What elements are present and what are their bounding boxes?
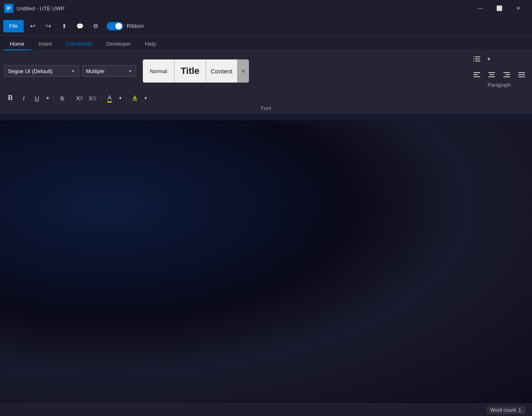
fmt-divider-3 (101, 94, 101, 102)
superscript-button[interactable]: X1) (86, 92, 99, 104)
justify-button[interactable] (515, 69, 528, 81)
style-buttons: Normal Title Content ∨ (143, 59, 249, 83)
ribbon-toggle: Ribbon (107, 22, 144, 30)
minimize-button[interactable]: — (471, 2, 490, 15)
subscript-button[interactable]: X2 (73, 92, 85, 104)
tab-home[interactable]: Home (3, 38, 31, 50)
fmt-divider-4 (126, 94, 127, 102)
toolbar: File ↩ ↪ ⬆ 💬 ⚙ Ribbon (0, 17, 532, 36)
svg-rect-3 (7, 9, 10, 10)
title-bar: Untitled - UTE UWP — ⬜ ✕ (0, 0, 532, 17)
svg-rect-19 (518, 72, 525, 73)
svg-rect-15 (488, 76, 495, 77)
list-button[interactable] (471, 53, 483, 65)
tab-comments[interactable]: Comments (59, 38, 99, 50)
size-dropdown-arrow: ▼ (128, 69, 132, 73)
svg-rect-8 (473, 61, 474, 61)
font-dropdown-arrow: ▼ (71, 69, 75, 73)
ribbon: Segoe UI (Default) ▼ Multiple ▼ Normal T… (0, 51, 532, 113)
tab-bar: Home Insert Comments Developer Help (0, 36, 532, 51)
ribbon-toggle-switch[interactable] (107, 22, 123, 30)
style-title-button[interactable]: Title (174, 59, 206, 83)
font-name-value: Segoe UI (Default) (8, 68, 53, 74)
file-button[interactable]: File (3, 20, 24, 32)
undo-button[interactable]: ↩ (26, 20, 39, 32)
svg-rect-16 (503, 72, 510, 73)
maximize-button[interactable]: ⬜ (490, 2, 509, 15)
status-bar: Word count: 1 (0, 404, 532, 416)
app-title: Untitled - UTE UWP (17, 5, 65, 12)
align-right-button[interactable] (500, 69, 513, 81)
style-content-button[interactable]: Content (206, 59, 237, 83)
font-name-dropdown[interactable]: Segoe UI (Default) ▼ (4, 65, 79, 77)
align-left-button[interactable] (471, 69, 483, 81)
font-color-more-button[interactable]: ▼ (117, 92, 124, 104)
svg-rect-11 (473, 74, 478, 75)
align-center-button[interactable] (486, 69, 498, 81)
fmt-divider-2 (71, 94, 71, 102)
share-button[interactable]: ⬆ (58, 20, 71, 32)
svg-rect-7 (475, 59, 480, 59)
close-button[interactable]: ✕ (509, 2, 528, 15)
style-more-button[interactable]: ∨ (237, 59, 249, 83)
font-section-label: Font (4, 105, 528, 113)
share-icon: ⬆ (62, 23, 67, 29)
highlight-button[interactable] (129, 92, 141, 104)
bold-button[interactable]: B (4, 92, 17, 104)
paragraph-list-row: ▼ (471, 53, 528, 65)
tab-help[interactable]: Help (138, 38, 163, 50)
tab-insert[interactable]: Insert (32, 38, 59, 50)
style-normal-button[interactable]: Normal (143, 59, 174, 83)
svg-rect-12 (473, 76, 480, 77)
ribbon-row1: Segoe UI (Default) ▼ Multiple ▼ Normal T… (4, 53, 528, 91)
list-more-button[interactable]: ▼ (485, 53, 493, 65)
svg-rect-20 (518, 74, 525, 75)
ribbon-row2: B I U ▼ S X2 X1) A ▼ ▼ (4, 91, 528, 105)
redo-icon: ↪ (46, 22, 51, 30)
font-size-value: Multiple (86, 68, 105, 74)
highlight-more-button[interactable]: ▼ (142, 92, 149, 104)
tab-developer[interactable]: Developer (100, 38, 137, 50)
svg-rect-18 (503, 76, 510, 77)
svg-rect-10 (473, 72, 480, 73)
svg-rect-17 (505, 74, 510, 75)
svg-marker-22 (133, 95, 137, 99)
redo-button[interactable]: ↪ (42, 20, 55, 32)
svg-rect-2 (7, 8, 11, 9)
font-color-button[interactable]: A (103, 92, 116, 104)
undo-icon: ↩ (30, 22, 35, 30)
app-icon (4, 4, 13, 13)
document-area[interactable] (0, 120, 532, 404)
word-count: Word count: 1 (486, 406, 525, 414)
svg-rect-21 (518, 76, 525, 77)
italic-button[interactable]: I (17, 92, 30, 104)
svg-rect-5 (475, 56, 480, 57)
font-size-dropdown[interactable]: Multiple ▼ (82, 65, 136, 77)
svg-rect-23 (132, 100, 137, 101)
paragraph-label: Paragraph (471, 82, 528, 89)
strikethrough-button[interactable]: S (56, 92, 68, 104)
paragraph-align-row (471, 69, 528, 81)
underline-button[interactable]: U (31, 92, 43, 104)
svg-rect-13 (488, 72, 495, 73)
svg-rect-6 (473, 59, 474, 59)
window-controls: — ⬜ ✕ (471, 2, 528, 15)
svg-rect-9 (475, 61, 480, 61)
ribbon-label: Ribbon (127, 23, 144, 29)
fmt-divider-1 (54, 94, 54, 102)
comment-icon: 💬 (76, 23, 83, 29)
svg-rect-14 (490, 74, 494, 75)
comment-button[interactable]: 💬 (73, 20, 87, 32)
underline-more-button[interactable]: ▼ (44, 92, 51, 104)
svg-rect-1 (7, 7, 11, 7)
gear-icon: ⚙ (93, 22, 98, 30)
svg-rect-4 (473, 56, 474, 57)
settings-button[interactable]: ⚙ (89, 20, 102, 32)
